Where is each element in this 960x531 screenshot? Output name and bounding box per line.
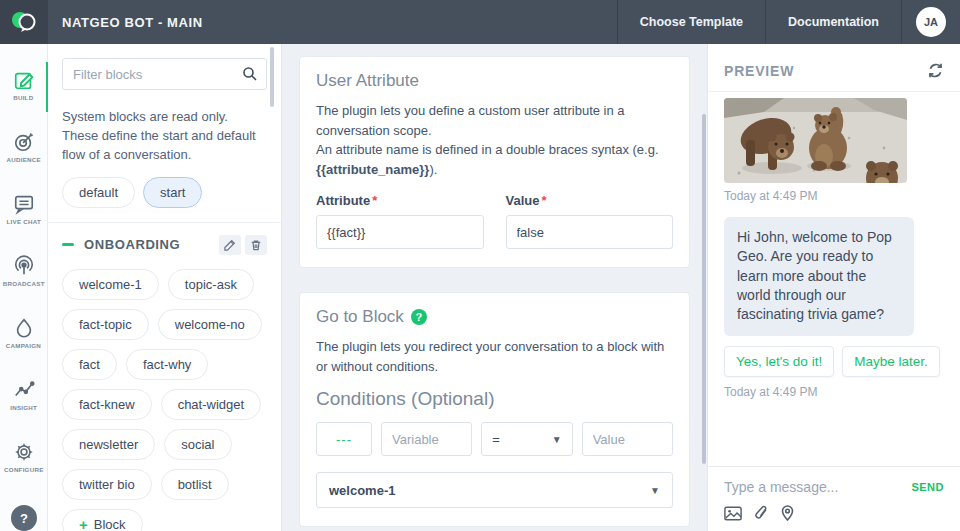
section-header-onboarding: ONBOARDING [62, 235, 267, 255]
user-attribute-card: User Attribute The plugin lets you defin… [299, 56, 690, 268]
condition-comparator-select[interactable]: = ▼ [481, 422, 572, 456]
location-pin-icon[interactable] [781, 505, 794, 521]
quick-reply-yes-button[interactable]: Yes, let's do it! [724, 346, 834, 377]
account-menu[interactable]: JA [901, 0, 960, 44]
collapse-dash-icon[interactable] [62, 243, 74, 246]
filter-blocks-input[interactable] [62, 58, 267, 90]
timestamp: Today at 4:49 PM [724, 385, 944, 399]
block-pill[interactable]: botlist [161, 469, 229, 500]
blocks-scrollbar[interactable] [270, 47, 274, 107]
nav-label: CONFIGURE [4, 466, 43, 473]
required-asterisk: * [541, 193, 546, 208]
nav-item-build[interactable]: BUILD [0, 56, 48, 118]
edit-section-button[interactable] [219, 235, 241, 255]
attach-image-icon[interactable] [724, 506, 742, 521]
condition-value-input[interactable] [582, 422, 673, 456]
edit-pencil-icon [224, 239, 236, 251]
chevron-down-icon: ▼ [650, 485, 660, 496]
chevron-down-icon: ▼ [552, 434, 562, 445]
build-pencil-icon [13, 69, 35, 91]
send-button[interactable]: SEND [911, 481, 944, 493]
audience-target-icon [13, 131, 35, 153]
plugin-editor-panel: User Attribute The plugin lets you defin… [282, 44, 707, 531]
block-pill[interactable]: twitter bio [62, 469, 152, 500]
nav-item-configure[interactable]: CONFIGURE [0, 428, 48, 490]
trash-icon [250, 239, 262, 251]
attach-file-icon[interactable] [754, 505, 769, 521]
condition-connector-select[interactable]: --- [316, 422, 372, 456]
required-asterisk: * [372, 193, 377, 208]
campaign-droplet-icon [13, 317, 35, 339]
delete-section-button[interactable] [245, 235, 267, 255]
value-label: Value* [506, 193, 674, 208]
quick-reply-later-button[interactable]: Maybe later. [842, 346, 940, 377]
bot-message-bubble: Hi John, welcome to Pop Geo. Are you rea… [724, 217, 914, 336]
add-block-label: Block [94, 517, 126, 531]
conditions-title: Conditions (Optional) [316, 388, 673, 410]
condition-variable-input[interactable] [381, 422, 472, 456]
nav-item-audience[interactable]: AUDIENCE [0, 118, 48, 180]
system-blocks-note: System blocks are read only. These defin… [62, 108, 267, 165]
card-description: The plugin lets you redirect your conver… [316, 337, 673, 376]
block-pill[interactable]: fact-why [126, 349, 208, 380]
documentation-button[interactable]: Documentation [765, 0, 901, 44]
section-title: ONBOARDING [84, 237, 219, 252]
nav-rail: BUILD AUDIENCE LIVE CHAT [0, 44, 48, 531]
refresh-icon[interactable] [927, 62, 944, 79]
block-pill[interactable]: fact [62, 349, 117, 380]
bot-title: NATGEO BOT - MAIN [48, 0, 617, 44]
help-button[interactable]: ? [11, 505, 37, 531]
top-bar: NATGEO BOT - MAIN Choose Template Docume… [0, 0, 960, 44]
attribute-input[interactable] [316, 215, 484, 249]
nav-item-live-chat[interactable]: LIVE CHAT [0, 180, 48, 242]
editor-scrollbar[interactable] [702, 114, 706, 464]
block-pill-start[interactable]: start [143, 177, 202, 208]
card-description-line2: An attribute name is defined in a double… [316, 140, 673, 179]
block-pill[interactable]: fact-knew [62, 389, 152, 420]
add-block-button[interactable]: + Block [62, 509, 143, 531]
avatar[interactable]: JA [916, 7, 946, 37]
attribute-label: Attribute* [316, 193, 484, 208]
blocks-panel: System blocks are read only. These defin… [48, 44, 282, 531]
block-pill[interactable]: welcome-no [158, 309, 262, 340]
live-chat-bubble-icon [13, 193, 35, 215]
plus-icon: + [79, 517, 88, 531]
nav-item-broadcast[interactable]: BROADCAST [0, 242, 48, 304]
nav-label: AUDIENCE [6, 156, 40, 163]
block-pill-default[interactable]: default [62, 177, 135, 208]
block-pill[interactable]: welcome-1 [62, 269, 159, 300]
go-to-block-card: Go to Block ? The plugin lets you redire… [299, 292, 690, 527]
block-pill[interactable]: topic-ask [168, 269, 254, 300]
block-pill[interactable]: chat-widget [161, 389, 261, 420]
block-pill[interactable]: fact-topic [62, 309, 149, 340]
nav-label: BUILD [13, 94, 33, 101]
target-block-select[interactable]: welcome-1 ▼ [316, 472, 673, 508]
message-input[interactable] [724, 479, 911, 495]
app-logo[interactable] [0, 0, 48, 44]
chat-bubbles-logo-icon [9, 10, 39, 34]
preview-title: PREVIEW [724, 63, 794, 79]
nav-label: BROADCAST [3, 280, 45, 287]
chat-transcript: Today at 4:49 PM Hi John, welcome to Pop… [708, 92, 960, 466]
card-description-line1: The plugin lets you define a custom user… [316, 101, 673, 140]
value-input[interactable] [506, 215, 674, 249]
nav-label: INSIGHT [10, 404, 37, 411]
search-icon [242, 66, 258, 82]
bears-photo[interactable] [724, 98, 907, 183]
message-composer: SEND [708, 466, 960, 531]
nav-item-campaign[interactable]: CAMPAIGN [0, 304, 48, 366]
preview-panel: PREVIEW [707, 44, 960, 531]
block-pill[interactable]: newsletter [62, 429, 155, 460]
nav-label: CAMPAIGN [6, 342, 41, 349]
nav-item-insight[interactable]: INSIGHT [0, 366, 48, 428]
choose-template-button[interactable]: Choose Template [617, 0, 765, 44]
block-pill[interactable]: social [164, 429, 231, 460]
broadcast-icon [13, 255, 35, 277]
insight-chart-icon [13, 379, 35, 401]
timestamp: Today at 4:49 PM [724, 189, 944, 203]
help-icon[interactable]: ? [411, 309, 427, 325]
app-window: NATGEO BOT - MAIN Choose Template Docume… [0, 0, 960, 531]
nav-label: LIVE CHAT [6, 218, 40, 225]
configure-gear-icon [13, 441, 35, 463]
card-title: User Attribute [316, 71, 419, 91]
